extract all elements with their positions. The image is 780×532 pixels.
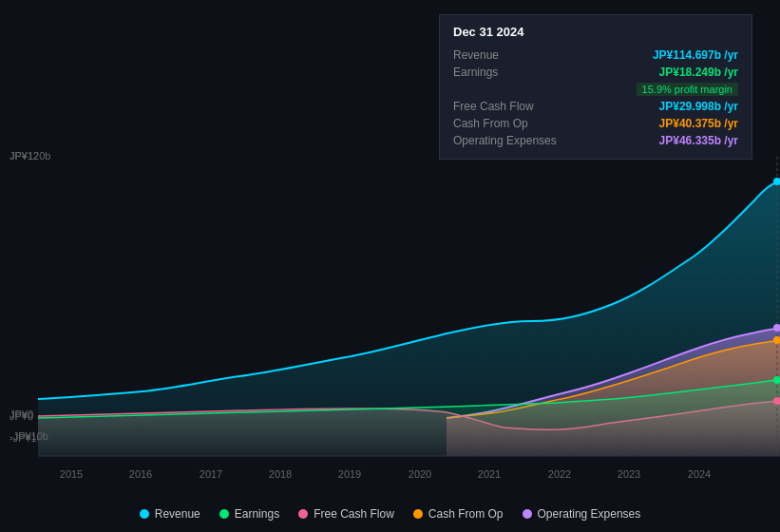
- tooltip-row-earnings: Earnings JP¥18.249b /yr: [453, 64, 738, 81]
- tooltip-label-fcf: Free Cash Flow: [453, 100, 577, 113]
- legend-item-revenue: Revenue: [140, 507, 200, 521]
- tooltip-value-opex: JP¥46.335b /yr: [659, 134, 738, 147]
- x-label-2023: 2023: [618, 468, 640, 480]
- legend-label-earnings: Earnings: [235, 507, 279, 521]
- x-label-2018: 2018: [269, 468, 292, 480]
- legend-label-revenue: Revenue: [155, 507, 200, 521]
- legend-item-fcf: Free Cash Flow: [298, 507, 394, 521]
- tooltip-label-revenue: Revenue: [453, 48, 577, 62]
- tooltip-date: Dec 31 2024: [453, 25, 738, 39]
- tooltip-label-cashop: Cash From Op: [453, 117, 577, 130]
- legend-label-cashop: Cash From Op: [428, 507, 504, 521]
- x-label-2017: 2017: [200, 468, 222, 480]
- legend-item-cashop: Cash From Op: [413, 507, 504, 521]
- tooltip-value-cashop: JP¥40.375b /yr: [659, 117, 738, 130]
- tooltip-row-revenue: Revenue JP¥114.697b /yr: [453, 47, 738, 64]
- profit-margin-badge: 15.9% profit margin: [637, 83, 738, 96]
- x-label-2021: 2021: [478, 468, 501, 480]
- y-label-0: JP¥0: [10, 408, 33, 420]
- x-label-2019: 2019: [338, 468, 361, 480]
- legend-dot-cashop: [413, 509, 423, 519]
- legend-label-opex: Operating Expenses: [538, 507, 641, 521]
- tooltip-value-earnings: JP¥18.249b /yr: [659, 66, 738, 79]
- tooltip-row-profit-margin: 15.9% profit margin: [453, 81, 738, 98]
- x-label-2015: 2015: [60, 468, 83, 480]
- tooltip-label-opex: Operating Expenses: [453, 134, 577, 147]
- legend-item-opex: Operating Expenses: [523, 507, 641, 521]
- tooltip-value-fcf: JP¥29.998b /yr: [659, 100, 738, 113]
- legend-dot-fcf: [298, 509, 308, 519]
- tooltip-value-revenue: JP¥114.697b /yr: [653, 48, 738, 62]
- y-label-120: JP¥120b: [10, 150, 50, 162]
- legend-dot-revenue: [140, 509, 149, 519]
- x-label-2022: 2022: [548, 468, 571, 480]
- x-label-2020: 2020: [409, 468, 431, 480]
- y-label-neg10: -JP¥10b: [10, 430, 48, 442]
- legend-dot-opex: [523, 509, 532, 519]
- legend-dot-earnings: [219, 509, 229, 519]
- tooltip-row-cashop: Cash From Op JP¥40.375b /yr: [453, 115, 738, 132]
- tooltip-label-earnings: Earnings: [453, 66, 577, 79]
- legend-item-earnings: Earnings: [219, 507, 279, 521]
- tooltip-row-opex: Operating Expenses JP¥46.335b /yr: [453, 132, 738, 149]
- x-label-2024: 2024: [688, 468, 711, 480]
- tooltip-box: Dec 31 2024 Revenue JP¥114.697b /yr Earn…: [439, 14, 752, 160]
- tooltip-row-fcf: Free Cash Flow JP¥29.998b /yr: [453, 98, 738, 115]
- chart-legend: Revenue Earnings Free Cash Flow Cash Fro…: [0, 507, 780, 521]
- legend-label-fcf: Free Cash Flow: [314, 507, 394, 521]
- chart-container: Dec 31 2024 Revenue JP¥114.697b /yr Earn…: [0, 0, 780, 532]
- x-label-2016: 2016: [129, 468, 152, 480]
